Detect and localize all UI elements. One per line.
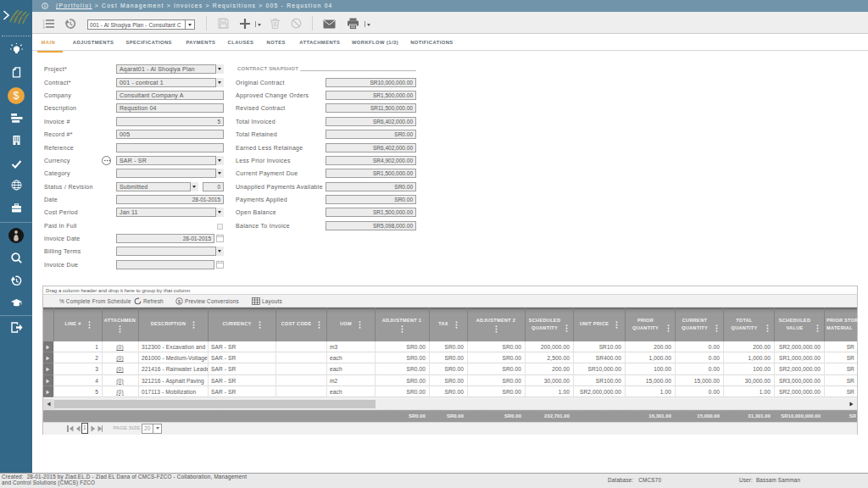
svg-text:3: 3	[43, 25, 46, 30]
svg-text:$: $	[178, 299, 181, 304]
